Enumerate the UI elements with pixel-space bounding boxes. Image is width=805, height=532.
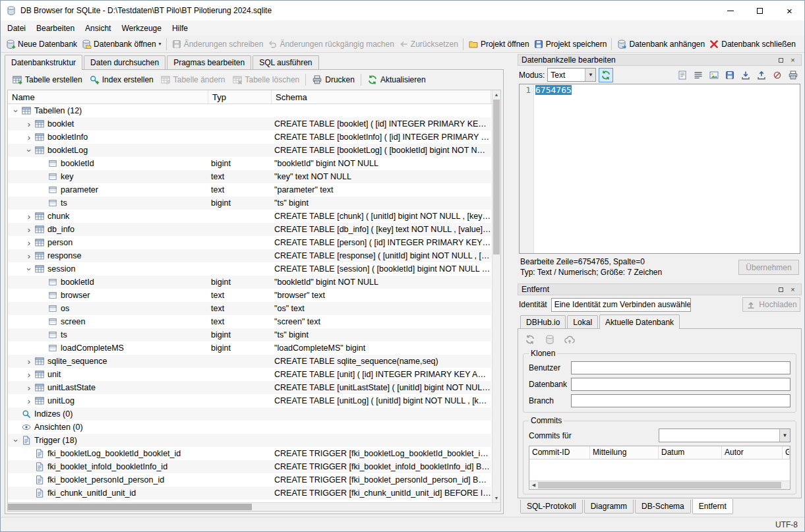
expander-icon[interactable]: › [24,133,34,142]
set-null-button[interactable] [770,69,785,82]
commits-filter-combobox[interactable]: ▼ [659,429,790,442]
revert-changes-button[interactable]: Änderungen rückgängig machen [265,37,396,51]
refresh-button[interactable]: Aktualisieren [364,73,429,88]
expander-icon[interactable]: › [25,264,34,274]
auto-switch-mode-button[interactable] [599,68,613,82]
apply-button[interactable]: Übernehmen [738,260,799,275]
expander-icon[interactable]: › [12,105,20,116]
tree-row[interactable]: ›bookletInfoCREATE TABLE [bookletInfo] (… [8,131,491,144]
commit-column-header-2[interactable]: Datum [659,446,722,459]
expander-icon[interactable]: › [25,145,34,156]
tree-row[interactable]: fki_bookletLog_bookletId_booklet_idCREAT… [8,447,491,460]
commit-column-header-1[interactable]: Mitteilung [590,446,659,459]
column-header-name[interactable]: Name [8,90,208,103]
cell-text[interactable]: 6754765 [534,84,573,253]
float-button[interactable] [776,55,786,65]
menu-item-3[interactable]: Werkzeuge [116,20,166,36]
tree-row[interactable]: ›chunkCREATE TABLE [chunk] ( [unitId] bi… [8,210,491,223]
commits-horizontal-scrollbar[interactable]: ◀ ▶ [529,481,790,489]
remote-tab-current-database[interactable]: Aktuelle Datenbank [599,314,680,329]
print-button[interactable]: Drucken [309,73,358,88]
save-button[interactable] [723,69,737,82]
menu-item-2[interactable]: Ansicht [80,20,116,36]
clone-branch-input[interactable] [571,394,790,407]
scrollbar-thumb[interactable] [8,504,252,510]
tree-row[interactable]: loadCompleteMSbigint"loadCompleteMS" big… [8,341,491,355]
maximize-button[interactable] [745,1,775,20]
dock-close-button[interactable]: × [788,285,798,294]
float-button[interactable] [776,285,786,294]
cell-value-editor[interactable]: 1 6754765 [519,84,800,254]
remote-db-button[interactable] [543,333,557,346]
expander-icon[interactable]: › [24,252,34,260]
expander-icon[interactable]: › [24,370,34,379]
dock-close-button[interactable]: × [788,55,798,65]
tree-row[interactable]: Indizes (0) [8,407,491,421]
commit-column-header-3[interactable]: Autor [722,446,783,459]
expander-icon[interactable]: › [24,397,34,405]
dock-tab-plot[interactable]: Diagramm [584,500,634,514]
create-index-button[interactable]: Index erstellen [86,73,157,88]
expander-icon[interactable]: › [24,357,34,366]
upload-button[interactable]: Hochladen [742,297,800,312]
tree-row[interactable]: parametertext"parameter" text [8,183,491,196]
tree-row[interactable]: ›Trigger (18) [8,434,491,447]
tree-row[interactable]: ›unitCREATE TABLE [unit] ( [id] INTEGER … [8,368,491,381]
document-button[interactable] [675,69,690,82]
menu-item-0[interactable]: Datei [2,20,31,36]
scrollbar-thumb[interactable] [538,482,781,488]
tree-row[interactable]: ›sessionCREATE TABLE [session] ( [bookle… [8,262,491,276]
tree-row[interactable]: bookletIdbigint"bookletId" bigint NOT NU… [8,276,491,289]
remote-push-button[interactable] [562,333,577,346]
tree-row[interactable]: Ansichten (0) [8,421,491,434]
tree-row[interactable]: fki_chunk_unitId_unit_idCREATE TRIGGER [… [8,487,491,500]
delete-table-button[interactable]: Tabelle löschen [229,73,303,88]
mode-combobox[interactable]: Text ▼ [547,68,596,82]
tree-row[interactable]: ›personCREATE TABLE [person] ( [id] INTE… [8,236,491,249]
tab-browse-data[interactable]: Daten durchsuchen [84,55,165,69]
expander-icon[interactable]: › [12,435,20,446]
export-button[interactable] [754,69,769,82]
tree-row[interactable]: ›bookletLogCREATE TABLE [bookletLog] ( [… [8,144,491,157]
scroll-down-icon[interactable]: ▼ [492,494,500,502]
tree-row[interactable]: fki_booklet_personId_person_idCREATE TRI… [8,473,491,487]
remote-refresh-button[interactable] [523,333,537,346]
remote-tab-dbhub[interactable]: DBHub.io [520,315,566,328]
clone-datenbank-input[interactable] [571,378,790,391]
justify-button[interactable] [691,69,705,82]
tree-row[interactable]: ›bookletCREATE TABLE [booklet] ( [id] IN… [8,117,491,131]
expander-icon[interactable]: › [24,212,34,221]
save-project-button[interactable]: Projekt speichern [531,37,609,51]
menu-item-4[interactable]: Hilfe [167,20,193,36]
modify-table-button[interactable]: Tabelle ändern [157,73,229,88]
write-changes-button[interactable]: Änderungen schreiben [169,37,266,51]
reset-button[interactable]: Zurücksetzen [396,37,460,51]
tab-execute-sql[interactable]: SQL ausführen [253,55,318,69]
tree-row[interactable]: browsertext"browser" text [8,289,491,302]
scroll-left-icon[interactable]: ◀ [529,481,538,489]
print-button[interactable] [786,69,800,82]
close-database-button[interactable]: Datenbank schließen [707,37,798,51]
commit-column-header-0[interactable]: Commit-ID [529,446,590,459]
selected-cell-value[interactable]: 6754765 [535,85,572,95]
open-project-button[interactable]: Projekt öffnen [466,37,531,51]
expander-icon[interactable]: › [24,225,34,234]
tree-row[interactable]: tsbigint"ts" bigint [8,328,491,341]
tree-row[interactable]: screentext"screen" text [8,315,491,328]
tab-database-structure[interactable]: Datenbankstruktur [5,55,82,70]
scrollbar-thumb[interactable] [493,100,500,254]
tree-row[interactable]: ›db_infoCREATE TABLE [db_info] ( [key] t… [8,223,491,236]
scroll-up-icon[interactable]: ▲ [492,90,500,99]
tree-row[interactable]: fki_booklet_infoId_bookletInfo_idCREATE … [8,460,491,473]
tree-row[interactable]: ›Tabellen (12) [8,104,491,117]
expander-icon[interactable]: › [24,384,34,392]
tree-row[interactable]: bookletIdbigint"bookletId" bigint NOT NU… [8,157,491,170]
import-button[interactable] [738,69,753,82]
identity-combobox[interactable]: Eine Identität zum Verbinden auswählen ▼ [551,298,691,312]
attach-database-button[interactable]: Datenbank anhängen [614,37,707,51]
open-database-button[interactable]: Datenbank öffnen▾ [79,37,164,51]
tree-row[interactable]: ostext"os" text [8,302,491,315]
column-header-typ[interactable]: Typ [208,90,272,103]
dock-tab-remote[interactable]: Entfernt [692,499,733,514]
expander-icon[interactable]: › [24,120,34,129]
